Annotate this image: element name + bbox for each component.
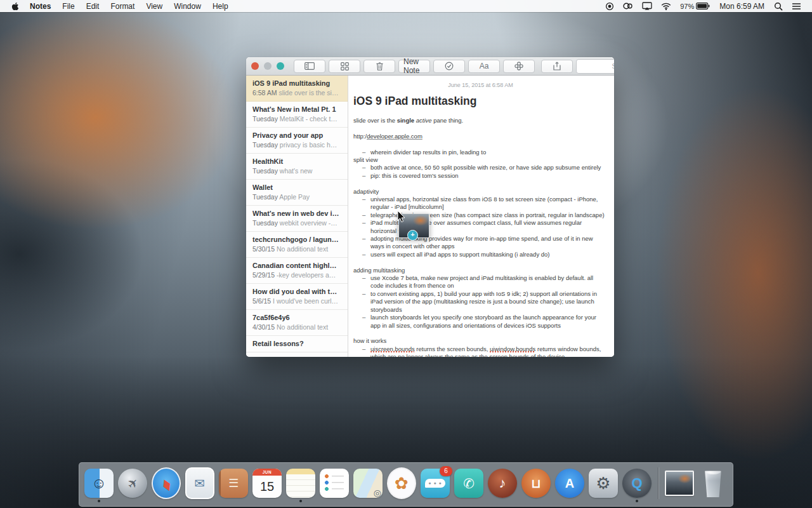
dock-item-trash[interactable] [698, 469, 728, 498]
menu-clock[interactable]: Mon 6:59 AM [714, 2, 769, 11]
note-item-sub: Tuesday Apple Pay [252, 193, 341, 201]
close-button[interactable] [251, 62, 259, 70]
menu-file[interactable]: File [56, 2, 80, 11]
running-indicator [636, 500, 638, 502]
menu-help[interactable]: Help [207, 2, 234, 11]
battery-indicator[interactable]: 97% [676, 3, 714, 10]
menu-format[interactable]: Format [105, 2, 140, 11]
contacts-icon: ☰ [219, 469, 248, 498]
note-editor[interactable]: June 15, 2015 at 6:58 AM iOS 9 iPad mult… [348, 76, 614, 357]
list-item[interactable]: iOS 9 iPad multitasking6:58 AM slide ove… [246, 76, 348, 102]
note-list-line: –users will expect all iPad apps to supp… [353, 251, 608, 258]
dock-item-contacts[interactable]: ☰ [219, 469, 248, 498]
appstore-icon: A [555, 469, 584, 498]
battery-percent: 97% [680, 3, 694, 10]
spotlight-icon[interactable] [769, 2, 787, 11]
menu-view[interactable]: View [140, 2, 168, 11]
search-input[interactable] [576, 59, 614, 74]
dock: ☺✈◆✉☰JUN15◎✿● ● ●6✆♪⊔A⚙Q [79, 462, 733, 507]
checklist-button[interactable] [433, 60, 465, 73]
list-item[interactable]: 7ca5f6e4y64/30/15 No additional text [246, 310, 348, 336]
note-date: June 15, 2015 at 6:58 AM [353, 82, 608, 88]
note-item-title: Privacy and your app [252, 131, 341, 139]
dock-item-messages[interactable]: ● ● ●6 [421, 469, 450, 498]
dock-item-appstore[interactable]: A [555, 469, 584, 498]
delete-note-button[interactable] [363, 60, 395, 73]
list-item[interactable]: What's new in web dev i…Tuesday webkit o… [246, 206, 348, 232]
note-text-line: split view [353, 156, 608, 164]
zoom-button[interactable] [277, 62, 284, 70]
list-item[interactable]: What's New in Metal Pt. 1Tuesday MetalKi… [246, 102, 348, 128]
dock-item-notes[interactable] [286, 469, 315, 498]
note-item-sub: Tuesday webkit overview -… [252, 219, 341, 227]
list-item[interactable]: Retail lessons? [246, 336, 348, 352]
trash-icon [376, 62, 383, 70]
dock-item-ibooks[interactable]: ⊔ [521, 469, 551, 498]
note-list-line: –universal apps, horizontal size class f… [353, 196, 608, 211]
list-item[interactable]: techcrunchgogo / lagun…5/30/15 No additi… [246, 232, 348, 258]
downloads-stack-icon [665, 471, 694, 496]
dock-item-photos[interactable]: ✿ [387, 469, 416, 498]
notification-center-icon[interactable] [787, 3, 806, 10]
note-item-sub: 5/30/15 No additional text [252, 245, 341, 253]
note-text-line: how it works [353, 337, 608, 345]
note-item-title: Wallet [252, 184, 341, 191]
list-item[interactable]: WalletTuesday Apple Pay [246, 180, 348, 206]
note-item-title: HealthKit [252, 157, 341, 165]
messages-unread-badge: 6 [440, 466, 452, 476]
text-style-button[interactable]: Aa [468, 60, 500, 73]
menu-edit[interactable]: Edit [81, 2, 105, 11]
note-item-sub: 4/30/15 No additional text [252, 323, 341, 331]
ibooks-icon: ⊔ [521, 469, 551, 498]
system-preferences-icon: ⚙ [589, 469, 618, 498]
minimize-button[interactable] [264, 62, 272, 70]
facetime-icon: ✆ [454, 469, 483, 498]
dock-item-downloads-stack[interactable] [665, 469, 694, 498]
note-title: iOS 9 iPad multitasking [353, 95, 608, 108]
drag-ghost: + [398, 213, 429, 238]
dock-item-safari[interactable]: ◆ [152, 469, 181, 498]
running-indicator [98, 500, 100, 502]
note-list-line: –adopting multitasking provides way for … [353, 235, 608, 251]
text-style-label: Aa [480, 62, 489, 70]
photos-button[interactable] [503, 60, 535, 73]
dock-item-launchpad[interactable]: ✈ [118, 469, 147, 498]
mail-icon: ✉ [185, 467, 214, 499]
menu-items: FileEditFormatViewWindowHelp [56, 2, 233, 11]
dock-item-quicktime[interactable]: Q [622, 469, 652, 498]
new-note-button[interactable]: New Note [398, 60, 430, 73]
traffic-lights [251, 62, 284, 70]
record-icon[interactable] [601, 2, 619, 11]
menu-bar: Notes FileEditFormatViewWindowHelp 97% M… [0, 0, 812, 12]
dock-item-system-preferences[interactable]: ⚙ [589, 469, 618, 498]
dock-item-facetime[interactable]: ✆ [454, 469, 483, 498]
share-button[interactable] [541, 60, 573, 73]
dock-item-maps[interactable]: ◎ [353, 469, 383, 498]
menu-window[interactable]: Window [168, 2, 207, 11]
trash-icon [703, 469, 723, 497]
note-list-line: –iPad multitasking: slide over assumes c… [353, 219, 608, 235]
airplay-display-icon[interactable] [638, 2, 657, 10]
note-list-line: –telegraphed 6 plus screen size (has com… [353, 211, 608, 219]
dock-item-itunes[interactable]: ♪ [488, 469, 517, 498]
grid-view-button[interactable] [329, 60, 360, 73]
list-item[interactable]: Canadian content highl…5/29/15 -key deve… [246, 258, 348, 284]
note-link[interactable]: developer.apple.com [367, 133, 422, 140]
dock-separator [658, 467, 658, 499]
list-item[interactable]: HealthKitTuesday what's new [246, 154, 348, 180]
dock-item-calendar[interactable]: JUN15 [252, 469, 282, 498]
columns-view-button[interactable] [294, 60, 325, 73]
apple-menu[interactable] [8, 2, 24, 11]
dock-item-reminders[interactable] [320, 469, 349, 498]
wifi-icon[interactable] [657, 3, 676, 10]
list-item[interactable]: How did you deal with t…5/6/15 I would'v… [246, 284, 348, 310]
menu-app-name[interactable]: Notes [24, 2, 56, 11]
creative-cloud-icon[interactable] [619, 2, 638, 10]
dock-item-mail[interactable]: ✉ [185, 469, 214, 498]
note-item-title: 7ca5f6e4y6 [252, 314, 341, 321]
note-list-line: –both active at once, 50 50 split possib… [353, 164, 608, 171]
dock-item-finder[interactable]: ☺ [84, 469, 114, 498]
note-item-sub: Tuesday what's new [252, 167, 341, 175]
list-item[interactable]: Privacy and your appTuesday privacy is b… [246, 128, 348, 154]
note-list-line: –uiscreen.bounds returns the screen boun… [353, 345, 608, 357]
